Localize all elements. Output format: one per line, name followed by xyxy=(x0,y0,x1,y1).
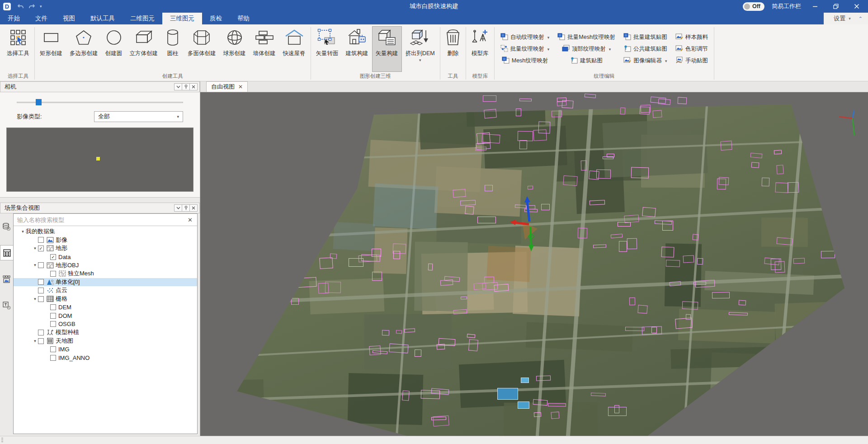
camera-collapse-button[interactable] xyxy=(174,83,182,90)
cylinder-create-button[interactable]: 圆柱 xyxy=(161,26,184,72)
camera-preview[interactable] xyxy=(6,128,193,192)
manual-sticker-button[interactable]: 手动贴图 xyxy=(672,55,711,67)
tree-item-天地图[interactable]: ▼天地图 xyxy=(14,337,197,345)
tree-checkbox[interactable] xyxy=(50,346,56,352)
menu-tab-二维图元[interactable]: 二维图元 xyxy=(123,13,162,24)
dropdown-caret-icon[interactable]: ▾ xyxy=(547,35,550,40)
tree-expand-icon[interactable]: ▼ xyxy=(32,263,38,267)
free-view-tab-close-icon[interactable]: ✕ xyxy=(238,84,243,90)
tree-item-IMG_ANNO[interactable]: IMG_ANNO xyxy=(14,354,197,362)
dataset-manager-icon[interactable] xyxy=(0,219,13,234)
tree-checkbox[interactable] xyxy=(50,321,56,327)
cube-create-button[interactable]: 立方体创建 xyxy=(126,26,162,72)
search-clear-icon[interactable]: ✕ xyxy=(187,217,193,223)
scene-close-button[interactable] xyxy=(189,204,198,212)
extrude-to-dem-button[interactable]: 挤出到DEM▾ xyxy=(402,26,439,72)
tree-item-影像[interactable]: 影像 xyxy=(14,236,197,245)
building-construct-button[interactable]: 建筑构建 xyxy=(342,26,372,72)
tree-item-独立Mesh[interactable]: 独立Mesh xyxy=(14,269,197,278)
camera-slider[interactable] xyxy=(17,99,183,106)
tree-item-单体化[0][interactable]: 单体化[0] xyxy=(14,278,197,287)
batch-texture-map-button[interactable]: 批量纹理映射▾ xyxy=(497,43,553,55)
tree-checkbox[interactable]: ✓ xyxy=(50,254,56,260)
tree-item-OSGB[interactable]: OSGB xyxy=(14,320,197,329)
vector-build-button[interactable]: 矢量构建 xyxy=(372,26,402,72)
off-toggle[interactable]: Off xyxy=(743,2,764,11)
tree-checkbox[interactable] xyxy=(38,296,44,302)
color-adjust-button[interactable]: 色彩调节 xyxy=(672,43,711,55)
tree-expand-icon[interactable]: ▼ xyxy=(32,297,38,301)
model-library-button[interactable]: 模型库 xyxy=(467,26,493,72)
quick-ridge-button[interactable]: 快速屋脊 xyxy=(279,26,309,72)
batch-mesh-texture-map-button[interactable]: 批量Mesh纹理映射 xyxy=(554,32,618,43)
tree-item-地形OBJ[interactable]: ▼地形OBJ xyxy=(14,261,197,269)
dropdown-caret-icon[interactable]: ▾ xyxy=(419,58,421,62)
select-tool-button[interactable]: 选择工具 xyxy=(3,26,33,72)
tree-checkbox[interactable] xyxy=(38,330,44,335)
settings-dropdown-icon[interactable]: ▾ xyxy=(849,16,851,21)
menu-tab-文件[interactable]: 文件 xyxy=(28,13,55,24)
settings-menu[interactable]: 设置 xyxy=(834,14,845,23)
scene-pin-button[interactable] xyxy=(182,204,190,212)
delete-button[interactable]: 删除 xyxy=(442,26,464,72)
tree-item-IMG[interactable]: IMG xyxy=(14,345,197,354)
image-type-select[interactable]: 全部 ▾ xyxy=(94,111,183,122)
polygon-create-button[interactable]: 多边形创建 xyxy=(66,26,102,72)
menu-tab-默认工具[interactable]: 默认工具 xyxy=(83,13,123,24)
scene-collection-icon[interactable] xyxy=(0,245,14,260)
tree-checkbox[interactable] xyxy=(50,355,56,361)
collapse-ribbon-icon[interactable]: ⌃ xyxy=(859,16,863,22)
scene-collapse-button[interactable] xyxy=(174,204,182,212)
auto-texture-map-button[interactable]: 自动纹理映射▾ xyxy=(497,32,553,43)
rect-create-button[interactable]: 矩形创建 xyxy=(36,26,66,72)
top-texture-map-button[interactable]: 顶部纹理映射▾ xyxy=(554,43,618,55)
tree-item-DEM[interactable]: DEM xyxy=(14,303,197,312)
model-search-input[interactable] xyxy=(17,217,187,223)
image-editor-button[interactable]: 图像编辑器▾ xyxy=(620,55,670,67)
polyhedron-create-button[interactable]: 多面体创建 xyxy=(184,26,220,72)
camera-slider-handle[interactable] xyxy=(36,99,42,105)
dropdown-caret-icon[interactable]: ▾ xyxy=(665,59,667,63)
sample-paint-button[interactable]: 样本颜料 xyxy=(672,32,711,43)
wall-create-button[interactable]: 墙体创建 xyxy=(250,26,279,72)
sphere-create-button[interactable]: 球形创建 xyxy=(220,26,250,72)
minimize-button[interactable] xyxy=(808,1,822,11)
menu-tab-视图[interactable]: 视图 xyxy=(55,13,83,24)
tree-checkbox[interactable] xyxy=(38,338,44,344)
public-building-sticker-button[interactable]: 公共建筑贴图 xyxy=(620,43,670,55)
tree-item-点云[interactable]: 点云 xyxy=(14,286,197,295)
tree-checkbox[interactable] xyxy=(50,313,56,319)
menu-tab-帮助[interactable]: 帮助 xyxy=(230,13,257,24)
tree-item-栅格[interactable]: ▼栅格 xyxy=(14,295,197,303)
tree-checkbox[interactable]: ✓ xyxy=(38,246,44,251)
camera-pin-button[interactable] xyxy=(182,83,190,90)
circle-create-button[interactable]: 创建圆 xyxy=(102,26,126,72)
transform-gizmo[interactable] xyxy=(509,195,550,256)
tree-expand-icon[interactable]: ▼ xyxy=(32,246,38,250)
viewport-3d-canvas[interactable] xyxy=(200,92,868,436)
app-logo-icon[interactable]: D xyxy=(3,3,11,10)
tree-expand-icon[interactable]: ▼ xyxy=(32,339,38,343)
tree-item-模型种植[interactable]: 模型种植 xyxy=(14,328,197,337)
batch-building-sticker-button[interactable]: 批量建筑贴图 xyxy=(620,32,670,43)
tree-checkbox[interactable] xyxy=(50,304,56,310)
image-panel-icon[interactable] xyxy=(0,271,13,287)
menu-tab-开始[interactable]: 开始 xyxy=(0,13,28,24)
tree-item-地形[interactable]: ▼✓地形 xyxy=(14,244,197,253)
qat-dropdown-icon[interactable]: ▾ xyxy=(40,4,42,9)
restore-button[interactable] xyxy=(829,1,843,11)
camera-close-button[interactable] xyxy=(189,83,198,90)
tree-checkbox[interactable] xyxy=(50,271,56,277)
dropdown-caret-icon[interactable]: ▾ xyxy=(547,47,550,52)
close-window-button[interactable] xyxy=(850,1,863,11)
redo-icon[interactable] xyxy=(28,4,35,9)
menu-tab-质检[interactable]: 质检 xyxy=(202,13,230,24)
free-view-tab[interactable]: 自由视图 ✕ xyxy=(206,81,248,92)
annotation-settings-icon[interactable] xyxy=(0,298,13,313)
tree-checkbox[interactable] xyxy=(38,288,44,293)
mesh-texture-map-button[interactable]: Mesh纹理映射 xyxy=(497,55,553,67)
tree-item-DOM[interactable]: DOM xyxy=(14,312,197,320)
tree-expand-icon[interactable]: ▼ xyxy=(20,230,26,234)
vector-to-face-button[interactable]: 矢量转面 xyxy=(312,26,342,72)
tree-checkbox[interactable] xyxy=(38,279,44,285)
